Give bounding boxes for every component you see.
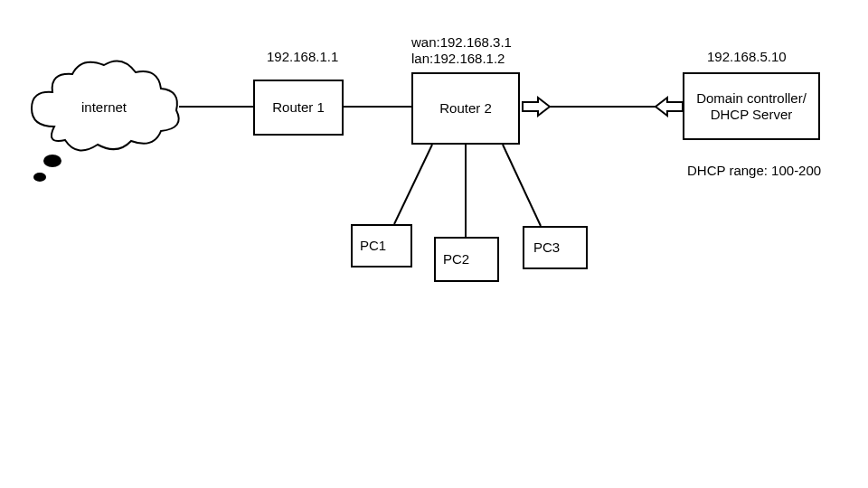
svg-point-0 bbox=[43, 155, 61, 167]
dc-dhcp-range-label: DHCP range: 100-200 bbox=[687, 163, 821, 180]
pc1-label: PC1 bbox=[360, 238, 386, 254]
router1-label: Router 1 bbox=[272, 99, 325, 116]
arrow-right-icon bbox=[656, 98, 683, 116]
dc-label: Domain controller/ DHCP Server bbox=[690, 90, 813, 123]
router2-lan-label: lan:192.168.1.2 bbox=[411, 51, 505, 68]
router1-ip-label: 192.168.1.1 bbox=[267, 49, 338, 66]
pc1-node: PC1 bbox=[351, 224, 412, 267]
pc3-node: PC3 bbox=[523, 226, 588, 269]
router1-node: Router 1 bbox=[253, 80, 344, 136]
internet-label: internet bbox=[63, 99, 145, 115]
pc2-node: PC2 bbox=[434, 237, 499, 282]
router2-label: Router 2 bbox=[439, 100, 492, 117]
router2-wan-label: wan:192.168.3.1 bbox=[411, 34, 512, 52]
pc3-label: PC3 bbox=[533, 239, 560, 256]
dc-ip-label: 192.168.5.10 bbox=[707, 49, 787, 66]
pc2-label: PC2 bbox=[443, 251, 469, 267]
dc-node: Domain controller/ DHCP Server bbox=[683, 72, 820, 140]
edge-router2-pc1 bbox=[394, 145, 432, 224]
arrow-left-icon bbox=[523, 98, 550, 116]
svg-point-1 bbox=[33, 173, 46, 182]
router2-node: Router 2 bbox=[411, 72, 520, 145]
edge-router2-pc3 bbox=[503, 145, 541, 226]
